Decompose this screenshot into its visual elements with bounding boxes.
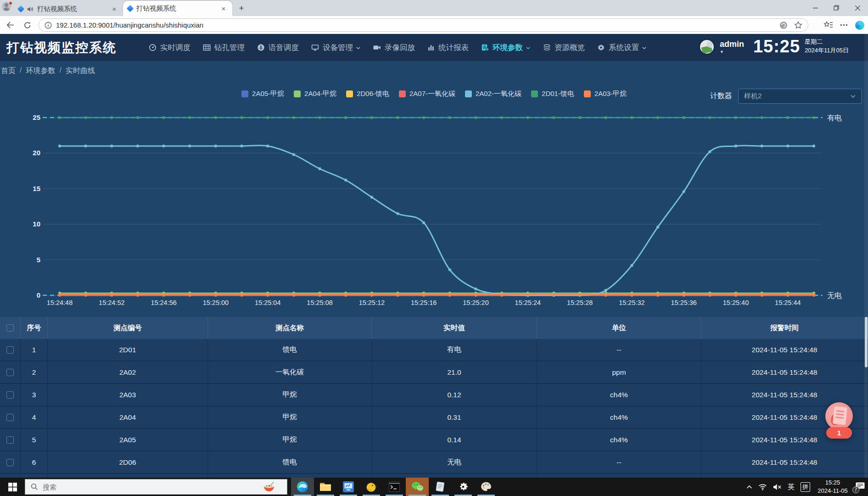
data-point[interactable] [474,116,477,119]
url-text[interactable]: 192.168.1.20:9001/huanjingcanshu/shishiq… [56,21,203,29]
legend-item[interactable]: 2A07-一氧化碳 [399,90,455,98]
action-center-icon[interactable]: 7 [855,482,866,492]
tray-clock[interactable]: 15:25 2024-11-05 [816,479,849,495]
restore-button[interactable] [826,0,847,16]
nav-item-5[interactable]: 录像回放 [373,43,415,53]
data-point[interactable] [578,293,581,296]
nav-item-1[interactable]: 实时调度 [149,43,190,53]
legend-item[interactable]: 2D01-馈电 [531,90,574,98]
browser-tab[interactable]: 打钻视频系统× [123,1,232,16]
copilot-icon[interactable] [855,21,864,30]
table-row[interactable]: 32A03甲烷0.12ch4%2024-11-05 15:24:48 [0,384,868,406]
data-point[interactable] [344,116,347,119]
data-point[interactable] [708,150,711,153]
data-point[interactable] [526,293,529,296]
favorite-star-icon[interactable] [794,21,802,29]
data-point[interactable] [396,212,399,215]
data-point[interactable] [188,145,191,147]
legend-item[interactable]: 2A03-甲烷 [584,90,627,98]
browser-tab[interactable]: 打钻视频系统× [14,2,123,16]
user-menu[interactable]: admin ▼ [699,39,744,55]
series-line[interactable] [60,146,814,295]
data-point[interactable] [448,293,451,296]
row-checkbox[interactable] [6,459,14,466]
taskbar-app-monitor-app[interactable] [337,478,360,496]
volume-muted-icon[interactable] [773,484,782,490]
data-point[interactable] [500,293,503,296]
data-point[interactable] [812,293,815,296]
data-point[interactable] [162,293,165,296]
wifi-icon[interactable] [758,484,767,490]
data-point[interactable] [630,116,633,119]
data-point[interactable] [786,293,789,296]
data-point[interactable] [318,116,321,119]
nav-item-6[interactable]: 统计报表 [427,43,469,53]
data-point[interactable] [110,145,113,147]
data-point[interactable] [318,293,321,296]
favorites-bar-icon[interactable] [824,21,833,29]
refresh-button[interactable] [20,18,35,32]
ime-mode-indicator[interactable]: 拼 [801,482,810,492]
data-point[interactable] [448,116,451,119]
reading-mode-icon[interactable] [779,21,788,29]
data-point[interactable] [422,116,425,119]
site-info-icon[interactable] [45,22,52,29]
data-point[interactable] [812,145,815,147]
data-point[interactable] [370,116,373,119]
data-point[interactable] [240,145,243,147]
taskbar-app-wechat[interactable] [406,478,429,496]
data-point[interactable] [761,293,763,296]
row-checkbox[interactable] [6,369,14,376]
data-point[interactable] [84,293,87,296]
data-point[interactable] [318,167,321,170]
row-checkbox[interactable] [6,391,14,399]
legend-item[interactable]: 2A04-甲烷 [294,90,336,98]
data-point[interactable] [58,145,61,147]
data-point[interactable] [214,145,217,147]
start-button[interactable] [0,478,25,496]
browser-profile-icon[interactable] [2,2,12,12]
data-point[interactable] [683,190,685,193]
data-point[interactable] [656,293,659,296]
scrollbar-thumb[interactable] [865,317,868,367]
data-point[interactable] [500,116,503,119]
data-point[interactable] [136,293,139,296]
data-point[interactable] [214,116,217,119]
legend-item[interactable]: 2A05-甲烷 [241,90,284,98]
data-point[interactable] [474,287,477,290]
table-row[interactable]: 62D06馈电无电--2024-11-05 15:24:48 [0,451,868,474]
data-point[interactable] [162,145,165,147]
data-point[interactable] [578,116,581,119]
data-point[interactable] [266,293,269,296]
data-point[interactable] [136,145,139,147]
taskbar-app-settings[interactable] [452,478,475,496]
data-point[interactable] [761,116,763,119]
taskbar-app-notepad[interactable] [429,478,452,496]
data-point[interactable] [786,116,789,119]
data-point[interactable] [214,293,217,296]
ime-language-indicator[interactable]: 英 [788,483,795,491]
data-point[interactable] [58,116,61,119]
data-point[interactable] [370,293,373,296]
table-row[interactable]: 22A02一氧化碳21.0ppm2024-11-05 15:24:48 [0,361,868,384]
data-point[interactable] [344,179,347,181]
more-menu-icon[interactable] [840,24,848,26]
tab-close-icon[interactable]: × [219,5,228,13]
table-row[interactable]: 42A04甲烷0.31ch4%2024-11-05 15:24:48 [0,406,868,429]
data-point[interactable] [422,293,425,296]
nav-item-2[interactable]: 钻孔管理 [203,43,245,53]
data-point[interactable] [786,145,789,147]
select-all-checkbox[interactable] [6,324,14,332]
data-point[interactable] [370,196,373,198]
data-point[interactable] [812,116,815,119]
row-checkbox[interactable] [6,414,14,421]
data-point[interactable] [240,116,243,119]
data-point[interactable] [552,293,555,296]
counter-select[interactable]: 样机2 [738,89,862,104]
data-point[interactable] [630,264,633,267]
data-point[interactable] [240,293,243,296]
data-point[interactable] [188,116,191,119]
hidden-icons-chevron[interactable] [746,485,752,489]
data-point[interactable] [292,153,295,156]
data-point[interactable] [605,289,607,292]
